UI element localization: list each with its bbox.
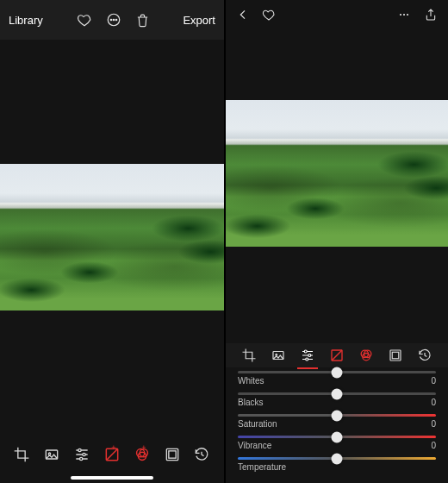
edit-toolbar	[226, 343, 448, 367]
favorite-icon[interactable]	[262, 8, 276, 22]
format-icon[interactable]	[270, 347, 287, 364]
delete-icon[interactable]	[135, 13, 150, 28]
history-icon[interactable]	[416, 347, 433, 364]
favorite-icon[interactable]	[77, 12, 92, 28]
svg-point-20	[304, 350, 307, 353]
svg-point-1	[110, 19, 112, 21]
history-icon[interactable]	[192, 445, 211, 464]
svg-point-2	[113, 19, 115, 21]
slider-vibrance[interactable]: Vibrance0	[238, 436, 436, 450]
slider-whites[interactable]: Whites0	[238, 371, 436, 386]
library-top-bar: Library Export	[0, 0, 224, 40]
svg-point-17	[407, 14, 408, 16]
format-icon[interactable]	[42, 445, 61, 464]
home-indicator[interactable]	[71, 476, 153, 480]
share-icon[interactable]	[424, 8, 438, 22]
slider-label: Whites	[238, 376, 264, 386]
slider-blacks[interactable]: Blacks0	[238, 392, 436, 407]
adjust-icon[interactable]	[299, 347, 316, 364]
library-screen: Library Export + +	[0, 0, 224, 483]
svg-point-15	[400, 14, 401, 16]
svg-point-7	[83, 453, 85, 455]
slider-saturation[interactable]: Saturation0	[238, 414, 436, 429]
svg-rect-14	[168, 451, 175, 458]
slider-label: Vibrance	[238, 441, 271, 450]
curves-icon[interactable]: +	[103, 445, 121, 464]
slider-label: Saturation	[238, 419, 277, 429]
slider-value: 0	[431, 376, 436, 386]
svg-point-21	[308, 354, 311, 357]
svg-point-8	[80, 457, 83, 460]
svg-point-19	[276, 354, 277, 355]
export-button[interactable]: Export	[183, 14, 215, 27]
color-icon[interactable]	[358, 347, 375, 364]
svg-point-3	[115, 19, 117, 21]
more-icon[interactable]	[396, 8, 412, 22]
library-button[interactable]: Library	[9, 14, 43, 27]
presets-icon[interactable]	[387, 347, 404, 364]
svg-rect-28	[392, 352, 399, 359]
curves-icon[interactable]	[328, 347, 345, 364]
editor-top-bar	[226, 0, 448, 29]
editor-screen: Whites0 Blacks0 Saturation0 Vibrance0 Te…	[224, 0, 448, 483]
photo-preview[interactable]	[0, 164, 224, 310]
slider-temperature[interactable]: Temperature	[238, 457, 436, 472]
slider-value: 0	[431, 441, 436, 450]
svg-point-6	[78, 448, 81, 451]
photo-preview[interactable]	[226, 100, 448, 247]
slider-label: Blacks	[238, 398, 263, 407]
crop-icon[interactable]	[12, 445, 31, 464]
slider-value: 0	[431, 419, 436, 429]
color-icon[interactable]: +	[133, 445, 152, 464]
adjust-sliders: Whites0 Blacks0 Saturation0 Vibrance0 Te…	[226, 371, 448, 472]
svg-point-16	[403, 14, 405, 16]
slider-label: Temperature	[238, 462, 286, 472]
slider-value: 0	[431, 398, 436, 407]
edit-toolbar: + +	[0, 440, 224, 469]
presets-icon[interactable]	[163, 445, 182, 464]
crop-icon[interactable]	[240, 347, 258, 364]
back-icon[interactable]	[236, 8, 250, 22]
more-icon[interactable]	[106, 12, 121, 28]
svg-point-22	[306, 358, 308, 361]
adjust-icon[interactable]	[72, 445, 91, 464]
